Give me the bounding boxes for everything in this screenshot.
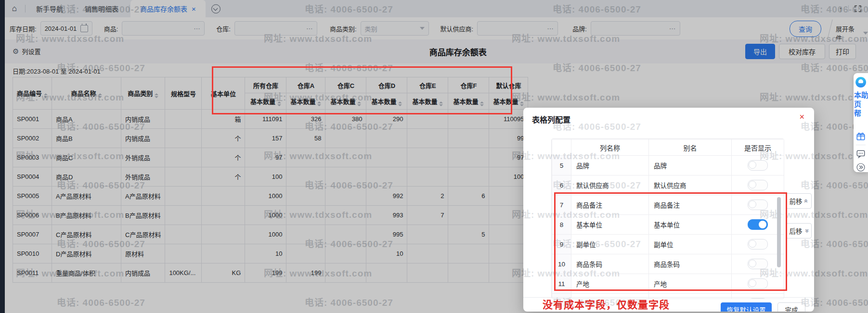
visibility-toggle[interactable]	[748, 239, 768, 250]
visibility-toggle[interactable]	[748, 219, 768, 230]
page-help-label[interactable]: 本页帮助	[854, 91, 868, 128]
column-alias: 商品备注	[649, 195, 732, 215]
modal-title: 表格列配置	[532, 113, 570, 125]
modal-row[interactable]: 8基本单位基本单位	[552, 215, 784, 235]
column-name: 商品条码	[571, 254, 649, 274]
column-name: 品牌	[571, 156, 649, 175]
modal-col-header-2: 是否显示	[732, 139, 784, 156]
visibility-toggle[interactable]	[748, 298, 768, 299]
visibility-toggle[interactable]	[748, 259, 768, 269]
modal-row[interactable]: 11产地产地	[552, 274, 784, 294]
move-up-button[interactable]: 前移 «	[786, 193, 812, 209]
column-name: 商品备注	[571, 195, 649, 215]
visibility-toggle[interactable]	[748, 200, 768, 210]
collapse-panel-icon[interactable]	[856, 163, 866, 172]
column-config-modal: 表格列配置 × 列名称别名是否显示5品牌品牌6默认供应商默认供应商7商品备注商品…	[523, 108, 814, 312]
modal-row[interactable]: 7商品备注商品备注	[552, 195, 784, 215]
row-number: 9	[552, 235, 571, 254]
move-down-button[interactable]: 后移 «	[786, 223, 812, 238]
modal-col-header-1: 别名	[649, 139, 732, 156]
annotation-text: 没有成本字段，仅数量字段	[543, 297, 670, 311]
modal-col-header-0: 列名称	[571, 139, 649, 156]
row-number: 7	[552, 195, 571, 215]
visibility-toggle[interactable]	[748, 180, 768, 190]
help-icon[interactable]	[855, 77, 866, 88]
column-name: 产地	[571, 274, 649, 294]
double-chevron-up-icon: «	[802, 199, 810, 203]
scrollbar-thumb[interactable]	[777, 197, 781, 267]
visibility-toggle[interactable]	[748, 160, 768, 171]
column-alias: 产地	[649, 274, 732, 294]
column-alias: 副单位	[649, 235, 732, 254]
column-name: 默认供应商	[571, 175, 649, 195]
gift-icon[interactable]	[856, 131, 866, 141]
row-number: 8	[552, 215, 571, 235]
column-alias: 默认供应商	[649, 175, 732, 195]
column-alias: 品牌	[649, 156, 732, 175]
double-chevron-down-icon: «	[802, 229, 810, 233]
move-up-label: 前移	[790, 196, 803, 206]
restore-defaults-button[interactable]: 恢复默认设置	[721, 302, 772, 312]
side-toolbar: 本页帮助	[854, 73, 868, 172]
column-alias: 商品条码	[649, 254, 732, 274]
modal-row[interactable]: 9副单位副单位	[552, 235, 784, 254]
modal-row[interactable]: 10商品条码商品条码	[552, 254, 784, 274]
visibility-toggle[interactable]	[748, 278, 768, 289]
app-window: ⌂ 新手导航 销售明细表 商品库存余额表 × ↑ 库存日期: 2024-01-0…	[0, 0, 868, 313]
row-number: 5	[552, 156, 571, 175]
row-number: 11	[552, 274, 571, 294]
modal-row[interactable]: 5品牌品牌	[552, 156, 784, 175]
move-down-label: 后移	[790, 226, 803, 236]
divider	[856, 145, 866, 145]
column-alias: 基本单位	[649, 215, 732, 235]
col-index-header	[552, 139, 571, 156]
column-name: 基本单位	[571, 215, 649, 235]
done-button[interactable]: 完成	[777, 302, 805, 312]
watermark-text: 电话: 4006-6500-27	[801, 237, 814, 250]
row-number: 6	[552, 175, 571, 195]
watermark-text: 电话: 4006-6500-27	[801, 178, 814, 191]
column-name: 副单位	[571, 235, 649, 254]
row-number: 10	[552, 254, 571, 274]
modal-row[interactable]: 6默认供应商默认供应商	[552, 175, 784, 195]
close-icon[interactable]: ×	[799, 113, 804, 121]
column-config-list: 列名称别名是否显示5品牌品牌6默认供应商默认供应商7商品备注商品备注8基本单位基…	[551, 138, 784, 299]
feedback-chat-icon[interactable]	[856, 149, 866, 159]
